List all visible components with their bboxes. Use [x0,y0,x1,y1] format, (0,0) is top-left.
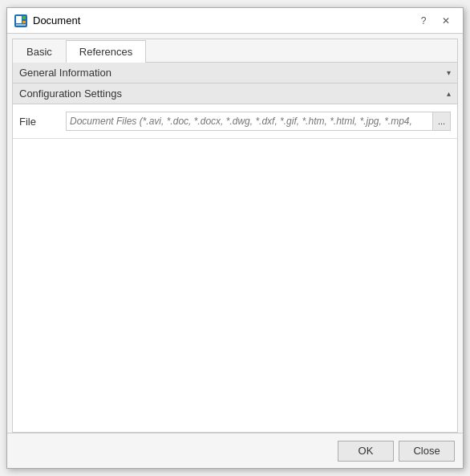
file-label: File [19,116,59,128]
config-settings-label: Configuration Settings [19,87,122,100]
close-button[interactable]: Close [399,441,455,462]
help-button[interactable]: ? [413,13,434,29]
general-info-chevron: ▾ [447,68,451,77]
general-info-label: General Information [19,67,111,79]
file-field-row: File ... [19,109,451,133]
dialog-content: Basic References General Information ▾ C… [12,39,458,433]
tab-bar: Basic References [13,39,457,63]
close-title-button[interactable]: ✕ [436,13,456,29]
config-settings-body: File ... [13,104,457,139]
ok-button[interactable]: OK [338,441,394,462]
document-dialog: Document ? ✕ Basic References General In… [6,7,464,469]
tab-references[interactable]: References [66,40,146,63]
title-bar: Document ? ✕ [7,8,463,34]
title-bar-controls: ? ✕ [413,13,456,29]
general-info-header[interactable]: General Information ▾ [13,63,457,83]
config-settings-chevron: ▴ [447,89,451,98]
config-settings-header[interactable]: Configuration Settings ▴ [13,83,457,104]
dialog-footer: OK Close [7,433,463,468]
dialog-title: Document [33,14,408,26]
svg-rect-2 [22,16,26,19]
svg-rect-4 [16,24,26,26]
svg-rect-1 [16,16,22,23]
content-spacer [13,139,457,432]
browse-button[interactable]: ... [432,112,450,130]
tab-content-references: General Information ▾ Configuration Sett… [13,63,457,432]
file-input-container: ... [66,112,451,131]
svg-rect-3 [22,21,26,23]
app-icon [14,14,28,28]
tab-basic[interactable]: Basic [13,40,66,63]
file-input[interactable] [67,114,432,128]
